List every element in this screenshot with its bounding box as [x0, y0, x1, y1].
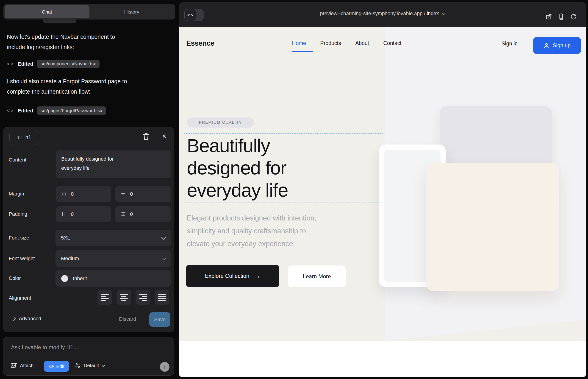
code-icon: <>	[7, 108, 14, 114]
sign-up-button[interactable]: Sign up	[533, 37, 581, 54]
typography-icon: тT	[17, 135, 22, 140]
ask-input[interactable]: Ask Lovable to modify H1...	[11, 344, 78, 350]
mode-select[interactable]: Default	[75, 363, 105, 368]
open-external-icon[interactable]	[545, 13, 552, 20]
alignment-label: Alignment	[9, 295, 31, 301]
chat-composer: Ask Lovable to modify H1... Attach Edit	[3, 337, 174, 376]
padding-label: Padding	[9, 211, 27, 217]
mobile-view-icon[interactable]	[558, 13, 565, 20]
content-input[interactable]: Beautifully designed for everyday life	[56, 151, 171, 178]
send-button[interactable]: ↑	[160, 362, 170, 372]
color-label: Color	[9, 275, 21, 281]
element-tag-label: h1	[25, 134, 31, 141]
scrolled-badge-peek	[43, 19, 76, 23]
margin-label: Margin	[9, 191, 24, 197]
tab-history[interactable]: History	[90, 5, 174, 18]
file-badge[interactable]: src/components/Navbar.tsx	[37, 60, 100, 68]
margin-y-input[interactable]: 0	[115, 186, 171, 202]
nav-contact[interactable]: Contact	[383, 40, 401, 46]
element-editor-panel: тT h1 × Content Beautifully designed for…	[3, 127, 174, 332]
arrow-up-icon: ↑	[163, 364, 166, 370]
align-center-icon	[120, 294, 128, 301]
nav-about[interactable]: About	[355, 40, 369, 46]
url-bar[interactable]: preview--charming-site-symphony.lovable.…	[179, 11, 586, 16]
file-badge[interactable]: src/pages/ForgotPassword.tsx	[37, 107, 106, 115]
chevron-down-icon	[161, 235, 166, 239]
image-plus-icon	[11, 363, 17, 368]
align-right-button[interactable]	[136, 290, 150, 305]
padding-vertical-icon	[120, 211, 126, 217]
delete-element-button[interactable]	[142, 132, 150, 141]
sliders-icon	[75, 363, 81, 368]
tab-chat[interactable]: Chat	[5, 5, 90, 18]
margin-horizontal-icon	[61, 191, 67, 197]
explore-collection-button[interactable]: Explore Collection →	[186, 265, 279, 287]
padding-x-input[interactable]: 0	[56, 206, 111, 222]
preview-browser: <> preview--charming-site-symphony.lovab…	[179, 2, 586, 377]
chevron-right-icon	[12, 316, 15, 321]
nav-products[interactable]: Products	[320, 40, 341, 46]
user-icon	[543, 43, 549, 49]
premium-quality-badge: PREMIUM QUALITY	[187, 117, 254, 127]
sign-in-link[interactable]: Sign in	[502, 41, 518, 47]
chevron-down-icon	[101, 363, 105, 367]
browser-actions	[545, 13, 577, 20]
align-left-button[interactable]	[97, 290, 112, 305]
edited-file-row: <> Edited src/pages/ForgotPassword.tsx	[7, 107, 106, 115]
advanced-toggle[interactable]: Advanced	[12, 316, 41, 322]
assistant-message: I should also create a Forgot Password p…	[7, 76, 170, 97]
selection-outline[interactable]: Beautifully designed for everyday life	[184, 133, 383, 203]
chevron-down-icon	[161, 255, 166, 260]
color-select[interactable]: Inherit	[56, 270, 171, 286]
edit-mode-button[interactable]: Edit	[44, 361, 69, 372]
close-icon[interactable]: ×	[160, 132, 168, 141]
content-label: Content	[9, 157, 26, 163]
font-weight-select[interactable]: Medium	[56, 250, 171, 267]
discard-button[interactable]: Discard	[119, 316, 136, 322]
next-section	[179, 341, 586, 377]
refresh-icon[interactable]	[570, 13, 577, 20]
edited-label: Edited	[18, 108, 33, 114]
save-button[interactable]: Save	[149, 312, 170, 327]
assistant-message: Now let's update the Navbar component to…	[7, 32, 170, 52]
hero-heading[interactable]: Beautifully designed for everyday life	[187, 134, 288, 201]
padding-y-input[interactable]: 0	[115, 206, 171, 222]
align-center-button[interactable]	[117, 290, 131, 305]
align-justify-icon	[158, 294, 166, 301]
margin-x-input[interactable]: 0	[56, 186, 111, 202]
url-host: preview--charming-site-symphony.lovable.…	[320, 11, 422, 16]
site-logo[interactable]: Essence	[186, 39, 214, 47]
panel-tabbar: Chat History	[3, 4, 175, 19]
nav-home-underline	[292, 51, 313, 52]
attach-button[interactable]: Attach	[11, 363, 34, 368]
site-nav: Home Products About Contact	[292, 40, 402, 46]
align-right-icon	[139, 294, 147, 301]
font-size-label: Font size	[9, 235, 29, 241]
align-left-icon	[101, 294, 109, 301]
font-size-select[interactable]: 5XL	[56, 230, 171, 246]
learn-more-button[interactable]: Learn More	[288, 265, 346, 287]
nav-home[interactable]: Home	[292, 40, 306, 46]
align-justify-button[interactable]	[155, 290, 169, 305]
margin-vertical-icon	[120, 191, 126, 197]
hero-paragraph: Elegant products designed with intention…	[187, 212, 316, 250]
edited-label: Edited	[18, 61, 33, 67]
edited-file-row: <> Edited src/components/Navbar.tsx	[7, 60, 100, 68]
site-preview: Essence Home Products About Contact Sign…	[179, 27, 586, 377]
arrow-right-icon: →	[255, 273, 260, 279]
element-tag-pill: тT h1	[9, 130, 39, 145]
font-weight-label: Font weight	[9, 255, 35, 262]
lovable-workspace: Chat History Now let's update the Navbar…	[0, 0, 588, 379]
crosshair-icon	[48, 364, 54, 369]
padding-horizontal-icon	[61, 211, 67, 217]
decor-card-beige	[426, 163, 559, 291]
chevron-down-icon	[442, 12, 446, 15]
code-icon: <>	[7, 61, 14, 67]
color-swatch-icon	[61, 275, 68, 282]
